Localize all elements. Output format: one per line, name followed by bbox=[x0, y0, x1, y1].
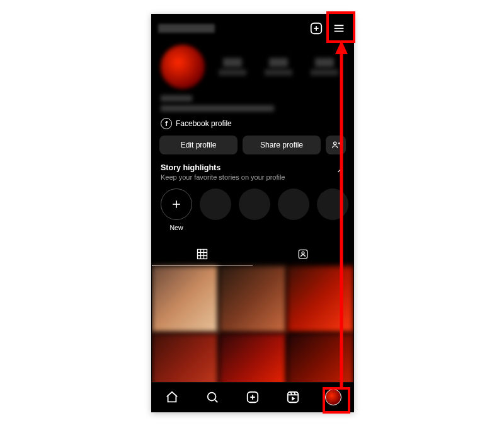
nav-create[interactable] bbox=[232, 383, 273, 412]
nav-reels[interactable] bbox=[273, 383, 313, 412]
home-icon bbox=[165, 390, 179, 404]
post-thumbnail[interactable] bbox=[152, 266, 218, 332]
bottom-navigation bbox=[152, 382, 353, 412]
hamburger-icon bbox=[332, 21, 346, 35]
chevron-up-icon bbox=[336, 166, 345, 175]
highlight-placeholder bbox=[239, 188, 270, 231]
tab-grid[interactable] bbox=[152, 243, 253, 266]
svg-rect-11 bbox=[198, 250, 207, 259]
tagged-icon bbox=[297, 248, 309, 260]
stat-followers[interactable] bbox=[265, 58, 292, 76]
plus-icon bbox=[170, 198, 183, 211]
facebook-profile-label: Facebook profile bbox=[176, 119, 232, 128]
stat-following[interactable] bbox=[311, 58, 338, 76]
highlight-new[interactable]: New bbox=[161, 188, 192, 231]
edit-profile-label: Edit profile bbox=[181, 141, 217, 149]
edit-profile-button[interactable]: Edit profile bbox=[159, 136, 238, 154]
username-redacted bbox=[158, 24, 215, 33]
highlights-collapse-button[interactable] bbox=[336, 166, 345, 178]
share-profile-label: Share profile bbox=[260, 141, 303, 149]
grid-icon bbox=[196, 248, 209, 260]
highlight-placeholder bbox=[278, 188, 309, 231]
search-icon bbox=[205, 390, 219, 404]
profile-header bbox=[152, 14, 353, 42]
facebook-profile-link[interactable]: f Facebook profile bbox=[152, 118, 353, 136]
profile-stats bbox=[212, 58, 345, 76]
reels-icon bbox=[286, 390, 300, 404]
svg-rect-23 bbox=[288, 392, 299, 403]
discover-people-button[interactable] bbox=[326, 136, 346, 154]
highlights-subtitle: Keep your favorite stories on your profi… bbox=[161, 173, 285, 181]
svg-point-6 bbox=[334, 142, 336, 144]
nav-home[interactable] bbox=[152, 383, 192, 412]
svg-marker-27 bbox=[292, 397, 295, 400]
highlight-placeholder bbox=[317, 188, 348, 231]
profile-summary bbox=[152, 42, 353, 89]
hamburger-menu-button[interactable] bbox=[331, 20, 347, 37]
nav-search[interactable] bbox=[192, 383, 232, 412]
tab-tagged[interactable] bbox=[253, 243, 353, 265]
story-highlights-section: Story highlights Keep your favorite stor… bbox=[152, 163, 353, 239]
profile-action-buttons: Edit profile Share profile bbox=[152, 136, 353, 163]
canvas: f Facebook profile Edit profile Share pr… bbox=[0, 0, 504, 435]
post-thumbnail[interactable] bbox=[287, 266, 353, 332]
highlights-title: Story highlights bbox=[161, 163, 285, 172]
profile-bio bbox=[152, 89, 353, 118]
facebook-icon: f bbox=[161, 118, 172, 129]
profile-avatar-small bbox=[325, 389, 341, 405]
phone-screen: f Facebook profile Edit profile Share pr… bbox=[151, 14, 354, 412]
nav-profile[interactable] bbox=[313, 383, 353, 412]
highlight-placeholder bbox=[200, 188, 231, 231]
svg-point-17 bbox=[302, 252, 304, 254]
plus-square-icon bbox=[246, 390, 260, 404]
share-profile-button[interactable]: Share profile bbox=[243, 136, 321, 154]
post-thumbnail[interactable] bbox=[219, 266, 285, 332]
highlight-new-label: New bbox=[169, 224, 183, 231]
svg-line-19 bbox=[215, 400, 217, 402]
svg-point-18 bbox=[208, 393, 216, 401]
posts-grid bbox=[152, 266, 353, 400]
username-dropdown[interactable] bbox=[158, 24, 302, 33]
stat-posts[interactable] bbox=[219, 58, 246, 76]
add-person-icon bbox=[331, 140, 341, 150]
create-post-button[interactable] bbox=[308, 20, 324, 37]
plus-square-icon bbox=[309, 21, 323, 35]
profile-avatar[interactable] bbox=[161, 45, 205, 89]
profile-tabs bbox=[152, 243, 353, 266]
